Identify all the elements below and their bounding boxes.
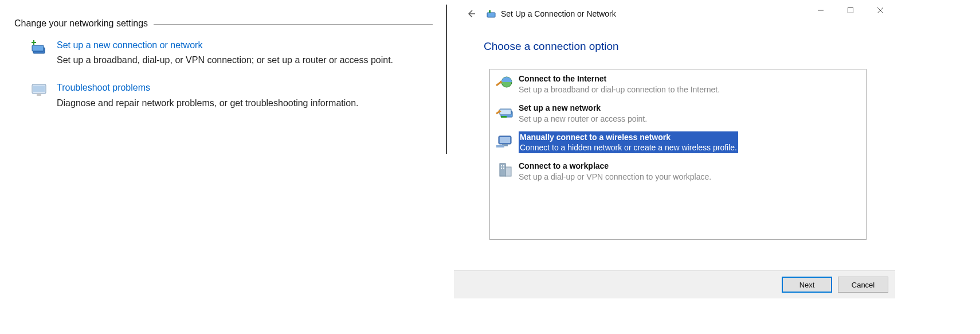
wizard-footer: Next Cancel [454,270,895,298]
choice-title: Connect to the Internet [519,73,720,84]
option-link[interactable]: Troubleshoot problems [57,81,359,94]
svg-rect-23 [496,145,504,147]
svg-rect-13 [848,8,853,13]
wireless-icon [493,131,516,151]
svg-rect-24 [500,164,505,176]
choice-connect-internet[interactable]: Connect to the Internet Set up a broadba… [490,69,866,99]
svg-rect-25 [505,167,511,176]
svg-rect-27 [503,165,504,166]
svg-rect-10 [487,13,495,17]
option-description: Diagnose and repair network problems, or… [57,98,359,108]
svg-rect-11 [489,10,491,13]
choice-workplace[interactable]: Connect to a workplace Set up a dial-up … [490,157,866,186]
choice-subtitle: Set up a new router or access point. [519,114,647,125]
svg-rect-8 [37,94,41,96]
networking-options: Set up a new connection or network Set u… [14,39,433,108]
choice-title: Connect to a workplace [519,161,711,172]
back-button[interactable] [465,8,477,20]
maximize-button[interactable] [836,0,865,21]
close-button[interactable] [865,0,895,21]
heading-text: Change your networking settings [14,18,154,29]
network-icon [486,9,496,19]
svg-rect-7 [33,86,45,92]
router-icon [493,102,516,122]
wizard-titlebar: Set Up a Connection or Network [454,0,895,28]
minimize-button[interactable] [806,0,836,21]
option-troubleshoot[interactable]: Troubleshoot problems Diagnose and repai… [30,81,433,108]
connection-wizard-window: Set Up a Connection or Network Choose a [454,0,895,298]
globe-icon [493,73,516,92]
building-icon [493,160,516,180]
next-button[interactable]: Next [782,277,832,293]
option-description: Set up a broadband, dial-up, or VPN conn… [57,55,393,65]
networking-settings-heading: Change your networking settings [14,18,433,29]
heading-rule [154,24,433,25]
svg-rect-28 [501,168,502,169]
choice-subtitle: Connect to a hidden network or create a … [519,142,738,153]
troubleshoot-icon [30,81,48,99]
choice-subtitle: Set up a broadband or dial-up connection… [519,84,720,95]
networking-settings-panel: Change your networking settings [14,18,433,125]
choice-subtitle: Set up a dial-up or VPN connection to yo… [519,172,711,182]
option-link[interactable]: Set up a new connection or network [57,39,393,52]
wizard-body: Choose a connection option Connect to th… [454,40,895,271]
cancel-button[interactable]: Cancel [838,277,888,293]
connection-choice-list: Connect to the Internet Set up a broadba… [489,69,867,240]
choice-new-network[interactable]: Set up a new network Set up a new router… [490,99,866,128]
svg-rect-29 [503,168,504,169]
choice-manual-wireless[interactable]: Manually connect to a wireless network C… [490,128,866,157]
window-controls [806,0,895,21]
wizard-title: Set Up a Connection or Network [501,9,616,18]
choice-title: Manually connect to a wireless network [519,132,738,143]
option-setup-connection[interactable]: Set up a new connection or network Set u… [30,39,433,65]
choice-title: Set up a new network [519,103,647,114]
svg-rect-19 [501,116,507,118]
svg-rect-18 [500,109,511,115]
svg-rect-2 [32,45,44,51]
svg-rect-26 [501,165,502,166]
wizard-heading: Choose a connection option [484,40,895,53]
network-add-icon [30,39,48,56]
svg-rect-21 [500,137,510,143]
vertical-divider [446,5,447,154]
